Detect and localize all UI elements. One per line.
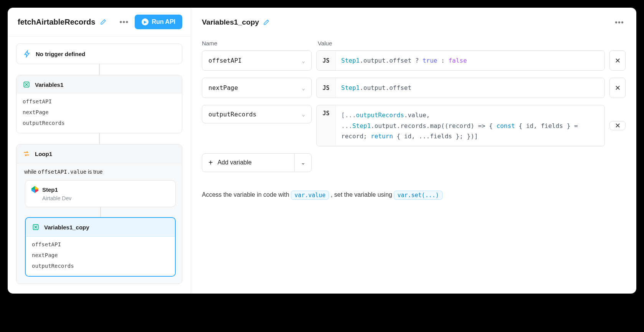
more-button[interactable]: ••• — [613, 16, 626, 28]
var-value-input[interactable]: JS [...outputRecords.value,...Step1.outp… — [316, 105, 605, 146]
code-pill: var.set(...) — [394, 191, 442, 200]
variable-row: offsetAPI ⌄ JS Step1.output.offset ? tru… — [202, 50, 626, 71]
var-item: outputRecords — [32, 261, 169, 271]
code-editor[interactable]: Step1.output.offset ? true : false — [336, 51, 604, 70]
code-editor[interactable]: Step1.output.offset — [336, 78, 604, 98]
flow-area: No trigger defined Variables1 offsetAPI … — [8, 37, 191, 294]
code-pill: var.value — [291, 191, 329, 200]
var-item: nextPage — [32, 250, 169, 261]
loop-icon — [23, 150, 30, 158]
chevron-down-icon: ⌄ — [302, 58, 305, 64]
chevron-down-icon: ⌄ — [302, 111, 305, 117]
var-item: offsetAPI — [23, 96, 176, 107]
add-variable-label: Add variable — [218, 159, 252, 166]
connector — [100, 207, 101, 217]
airtable-icon — [31, 186, 38, 193]
connector — [99, 133, 100, 144]
var-name-select[interactable]: outputRecords ⌄ — [202, 105, 312, 123]
add-variable-row: + Add variable ⌄ — [202, 153, 312, 172]
hint-text: Access the variable in code with var.val… — [202, 191, 626, 200]
var-item: outputRecords — [23, 118, 176, 128]
step1-node[interactable]: Step1 Airtable Dev — [25, 180, 176, 207]
plus-icon: + — [208, 158, 213, 167]
detail-title: Variables1_copy — [202, 18, 259, 27]
js-badge: JS — [317, 105, 336, 146]
js-badge: JS — [317, 78, 336, 98]
step1-subtitle: Airtable Dev — [31, 195, 169, 201]
loop1-title: Loop1 — [35, 151, 52, 157]
right-header: Variables1_copy ••• — [202, 16, 626, 28]
variable-row: outputRecords ⌄ JS [...outputRecords.val… — [202, 105, 626, 146]
var-name-select[interactable]: nextPage ⌄ — [202, 78, 312, 98]
var-value-input[interactable]: JS Step1.output.offset — [316, 78, 605, 98]
code-editor[interactable]: [...outputRecords.value,...Step1.output.… — [336, 105, 604, 146]
variables1-copy-node[interactable]: Variables1_copy offsetAPI nextPage outpu… — [25, 217, 176, 277]
play-icon: ▶ — [142, 18, 149, 25]
left-header: fetchAirtableRecords ••• ▶ Run API — [8, 8, 191, 37]
add-variable-dropdown[interactable]: ⌄ — [294, 154, 311, 172]
trigger-node[interactable]: No trigger defined — [16, 43, 182, 64]
var-value-input[interactable]: JS Step1.output.offset ? true : false — [316, 50, 605, 71]
js-badge: JS — [317, 51, 336, 70]
variables-icon — [23, 81, 30, 88]
more-button[interactable]: ••• — [118, 16, 130, 28]
var-item: nextPage — [23, 107, 176, 118]
add-variable-button[interactable]: + Add variable — [202, 154, 294, 172]
run-api-label: Run API — [152, 18, 175, 25]
delete-button[interactable]: ✕ — [609, 78, 626, 98]
trigger-title: No trigger defined — [36, 51, 85, 57]
variables1-copy-title: Variables1_copy — [44, 224, 89, 231]
edit-icon[interactable] — [263, 19, 270, 26]
connector — [99, 64, 100, 75]
left-panel: fetchAirtableRecords ••• ▶ Run API No tr… — [8, 8, 191, 294]
col-value-header: Value — [318, 40, 626, 46]
col-name-header: Name — [202, 40, 312, 46]
step1-title: Step1 — [42, 186, 58, 193]
table-header: Name Value — [202, 40, 626, 46]
run-api-button[interactable]: ▶ Run API — [135, 15, 182, 29]
chevron-down-icon: ⌄ — [301, 159, 305, 166]
right-panel: Variables1_copy ••• Name Value offsetAPI… — [191, 8, 636, 294]
loop-condition: while offsetAPI.value is true — [23, 169, 176, 180]
lightning-icon — [23, 50, 31, 58]
loop1-node[interactable]: Loop1 while offsetAPI.value is true Step… — [16, 144, 182, 284]
variables1-node[interactable]: Variables1 offsetAPI nextPage outputReco… — [16, 75, 182, 133]
delete-button[interactable]: ✕ — [609, 121, 626, 130]
chevron-down-icon: ⌄ — [302, 85, 305, 91]
app-frame: fetchAirtableRecords ••• ▶ Run API No tr… — [8, 8, 636, 294]
variable-row: nextPage ⌄ JS Step1.output.offset ✕ — [202, 78, 626, 98]
workflow-title: fetchAirtableRecords — [18, 18, 95, 27]
edit-icon[interactable] — [100, 18, 107, 25]
var-item: offsetAPI — [32, 239, 169, 250]
variables1-title: Variables1 — [35, 81, 63, 88]
variables-icon — [32, 223, 40, 231]
var-name-select[interactable]: offsetAPI ⌄ — [202, 50, 312, 71]
delete-button[interactable]: ✕ — [609, 50, 626, 71]
